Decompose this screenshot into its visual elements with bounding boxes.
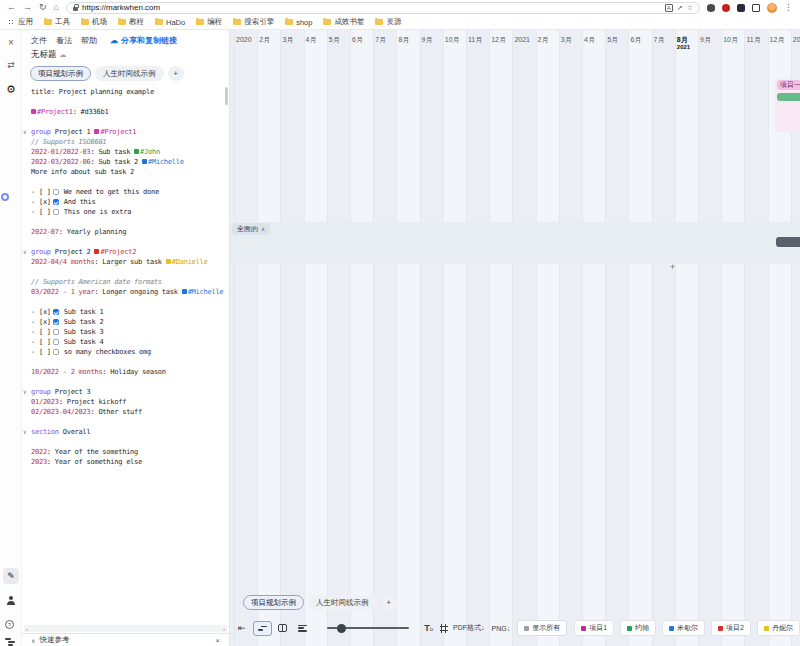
export-pdf-button[interactable]: PDF格式↓ bbox=[453, 623, 485, 633]
translate-icon[interactable]: A bbox=[665, 4, 673, 12]
section-overall-chip[interactable]: 全面的 ∧ bbox=[232, 223, 270, 235]
event-bar-dark[interactable] bbox=[776, 237, 800, 247]
legend-chip[interactable]: 约翰 bbox=[620, 620, 656, 636]
account-icon[interactable] bbox=[7, 596, 15, 605]
kebab-menu-icon[interactable]: ⋮ bbox=[784, 3, 793, 12]
bookmark-item[interactable]: 机场 bbox=[81, 17, 107, 27]
scroll-right-icon[interactable]: › bbox=[223, 626, 225, 632]
legend-chip[interactable]: 项目2 bbox=[711, 620, 751, 636]
bookmark-item[interactable]: HaDo bbox=[155, 18, 185, 27]
code-line[interactable]: 2022-01/2022-03: Sub task #John bbox=[22, 147, 225, 157]
code-line[interactable]: ∨group Project 3 bbox=[22, 387, 225, 397]
menu-item-0[interactable]: 文件 bbox=[31, 35, 47, 46]
code-line[interactable] bbox=[22, 267, 225, 277]
close-icon[interactable]: × bbox=[215, 636, 220, 645]
send-icon[interactable]: ↗ bbox=[677, 4, 683, 11]
tab-1[interactable]: 人生时间线示例 bbox=[308, 595, 377, 610]
gear-icon[interactable]: ⚙ bbox=[0, 84, 22, 95]
menu-item-1[interactable]: 看法 bbox=[56, 35, 72, 46]
code-line[interactable]: // Supports ISO8601 bbox=[22, 137, 225, 147]
checkbox[interactable] bbox=[53, 349, 59, 355]
checkbox[interactable] bbox=[53, 319, 59, 325]
home-icon[interactable]: ⌂ bbox=[54, 3, 59, 12]
edit-mode-button[interactable]: ✎ bbox=[3, 568, 19, 584]
code-line[interactable] bbox=[22, 297, 225, 307]
code-line[interactable]: 01/2023: Project kickoff bbox=[22, 397, 225, 407]
code-line[interactable] bbox=[22, 417, 225, 427]
document-title[interactable]: 无标题 bbox=[31, 49, 57, 61]
bookmark-item[interactable]: 搜索引擎 bbox=[233, 17, 274, 27]
scroll-to-start-icon[interactable]: ⇤ bbox=[238, 624, 246, 633]
code-line[interactable]: - [x] And this bbox=[22, 197, 225, 207]
address-bar[interactable]: https://markwhen.com A ↗ ☆ bbox=[66, 2, 700, 14]
checkbox[interactable] bbox=[53, 309, 59, 315]
code-line[interactable]: - [ ] Sub task 3 bbox=[22, 327, 225, 337]
checkbox[interactable] bbox=[53, 209, 59, 215]
extension-icon[interactable] bbox=[752, 4, 760, 12]
bookmark-item[interactable]: 成效书签 bbox=[323, 17, 364, 27]
tab-0[interactable]: 项目规划示例 bbox=[30, 66, 91, 81]
code-line[interactable] bbox=[22, 377, 225, 387]
code-line[interactable]: 2023: Year of something else bbox=[22, 457, 225, 467]
code-line[interactable]: More info about sub task 2 bbox=[22, 167, 225, 177]
star-icon[interactable]: ☆ bbox=[687, 4, 693, 11]
row-density-icon[interactable] bbox=[440, 624, 446, 633]
bookmark-item[interactable]: 教程 bbox=[118, 17, 144, 27]
code-line[interactable]: ∨group Project 2 #Project2 bbox=[22, 247, 225, 257]
add-tab-button[interactable]: + bbox=[168, 66, 184, 81]
fold-caret-icon[interactable]: ∨ bbox=[23, 387, 26, 397]
help-icon[interactable]: ? bbox=[5, 620, 14, 629]
code-line[interactable]: 02/2023-04/2023: Other stuff bbox=[22, 407, 225, 417]
code-line[interactable]: - [ ] Sub task 4 bbox=[22, 337, 225, 347]
code-line[interactable]: 2022-07: Yearly planning bbox=[22, 227, 225, 237]
code-line[interactable]: 2022-04/4 months: Larger sub task #Danie… bbox=[22, 257, 225, 267]
legend-chip[interactable]: 丹妮尔 bbox=[757, 620, 800, 636]
code-line[interactable]: - [ ] so many checkboxes omg bbox=[22, 347, 225, 357]
code-line[interactable]: - [ ] This one is extra bbox=[22, 207, 225, 217]
code-line[interactable] bbox=[22, 217, 225, 227]
legend-chip[interactable]: 米歇尔 bbox=[662, 620, 705, 636]
column-view-button[interactable] bbox=[273, 621, 292, 636]
bookmark-item[interactable]: 应用 bbox=[8, 17, 33, 27]
tab-0[interactable]: 项目规划示例 bbox=[243, 595, 304, 610]
code-line[interactable]: - [x] Sub task 1 bbox=[22, 307, 225, 317]
fold-caret-icon[interactable]: ∨ bbox=[23, 127, 26, 137]
forward-icon[interactable]: → bbox=[23, 3, 32, 12]
swap-panels-icon[interactable]: ⇄ bbox=[0, 61, 22, 70]
scroll-left-icon[interactable]: ‹ bbox=[26, 626, 28, 632]
extension-icon[interactable] bbox=[722, 4, 730, 12]
fold-caret-icon[interactable]: ∨ bbox=[23, 247, 26, 257]
export-png-button[interactable]: PNG↓ bbox=[492, 625, 511, 632]
bookmark-item[interactable]: 工具 bbox=[44, 17, 70, 27]
code-editor[interactable]: title: Project planning example#Project1… bbox=[22, 87, 225, 467]
code-line[interactable] bbox=[22, 97, 225, 107]
code-line[interactable] bbox=[22, 357, 225, 367]
project1-group-chip[interactable]: 项目一 bbox=[777, 80, 800, 90]
code-line[interactable] bbox=[22, 177, 225, 187]
menu-item-2[interactable]: 帮助 bbox=[81, 35, 97, 46]
sync-indicator-icon[interactable] bbox=[1, 193, 9, 201]
code-line[interactable] bbox=[22, 117, 225, 127]
code-line[interactable] bbox=[22, 437, 225, 447]
editor-hscrollbar[interactable]: ‹ › bbox=[24, 625, 227, 632]
code-line[interactable]: // Supports American date formats bbox=[22, 277, 225, 287]
bookmark-item[interactable]: 编程 bbox=[196, 17, 222, 27]
outline-icon[interactable] bbox=[5, 638, 16, 646]
checkbox[interactable] bbox=[53, 189, 59, 195]
tab-1[interactable]: 人生时间线示例 bbox=[95, 66, 164, 81]
text-size-icon[interactable]: To bbox=[424, 623, 433, 633]
checkbox[interactable] bbox=[53, 339, 59, 345]
code-line[interactable]: - [ ] We need to get this done bbox=[22, 187, 225, 197]
code-line[interactable]: #Project1: #d336b1 bbox=[22, 107, 225, 117]
timeline-view-button[interactable] bbox=[253, 621, 272, 636]
editor-scrollbar[interactable] bbox=[225, 87, 228, 105]
code-line[interactable]: ∨section Overall bbox=[22, 427, 225, 437]
quick-reference-bar[interactable]: ∧ 快速参考 × bbox=[22, 633, 229, 646]
legend-chip[interactable]: 项目1 bbox=[574, 620, 614, 636]
checkbox[interactable] bbox=[53, 329, 59, 335]
bookmark-item[interactable]: shop bbox=[285, 18, 312, 27]
add-tab-button[interactable]: + bbox=[381, 595, 397, 610]
code-line[interactable] bbox=[22, 237, 225, 247]
list-view-button[interactable] bbox=[293, 621, 312, 636]
fold-caret-icon[interactable]: ∨ bbox=[23, 427, 26, 437]
